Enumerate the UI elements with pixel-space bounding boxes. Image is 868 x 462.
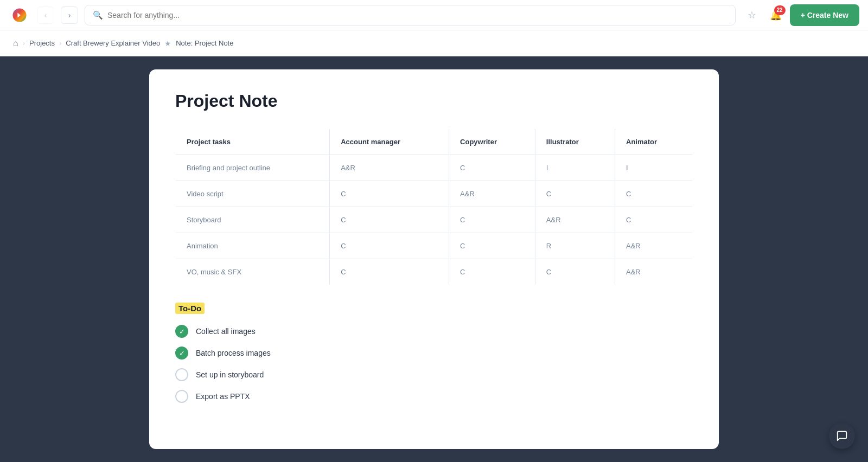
search-bar: 🔍 — [85, 5, 736, 25]
main-content: Project Note Project tasks Account manag… — [0, 56, 868, 462]
role-cell: C — [449, 259, 535, 285]
table-row: Briefing and project outlineA&RCII — [176, 155, 693, 181]
unchecked-icon[interactable] — [175, 368, 188, 381]
breadcrumb-sep-2: › — [59, 39, 61, 47]
role-cell: R — [535, 233, 615, 259]
role-cell: A&R — [449, 181, 535, 207]
col-header-animator: Animator — [615, 129, 693, 155]
role-cell: C — [330, 207, 449, 233]
todo-item-text: Set up in storyboard — [196, 370, 264, 379]
role-cell: C — [330, 181, 449, 207]
col-header-copywriter: Copywriter — [449, 129, 535, 155]
role-cell: C — [615, 181, 693, 207]
home-icon[interactable]: ⌂ — [13, 39, 18, 48]
forward-button[interactable]: › — [61, 7, 78, 24]
todo-item-text: Collect all images — [196, 327, 256, 336]
search-icon: 🔍 — [93, 10, 103, 20]
todo-item-text: Export as PPTX — [196, 392, 250, 401]
notification-badge: 22 — [774, 5, 786, 15]
role-cell: C — [449, 233, 535, 259]
chat-bubble[interactable] — [829, 423, 855, 449]
todo-item[interactable]: ✓Collect all images — [175, 325, 693, 338]
role-cell: C — [535, 181, 615, 207]
role-cell: C — [535, 259, 615, 285]
todo-section: To-Do ✓Collect all images✓Batch process … — [175, 303, 693, 403]
todo-list: ✓Collect all images✓Batch process images… — [175, 325, 693, 403]
table-row: AnimationCCRA&R — [176, 233, 693, 259]
role-cell: I — [615, 155, 693, 181]
todo-item[interactable]: ✓Batch process images — [175, 347, 693, 360]
breadcrumb-current: Note: Project Note — [176, 39, 233, 47]
todo-item[interactable]: Set up in storyboard — [175, 368, 693, 381]
breadcrumb-project[interactable]: Craft Brewery Explainer Video — [66, 39, 160, 47]
search-input[interactable] — [107, 11, 727, 20]
col-header-illustrator: Illustrator — [535, 129, 615, 155]
top-nav: ‹ › 🔍 ☆ 🔔 22 + Create New — [0, 0, 868, 30]
role-cell: A&R — [535, 207, 615, 233]
role-cell: I — [535, 155, 615, 181]
checked-icon[interactable]: ✓ — [175, 347, 188, 360]
role-cell: A&R — [615, 233, 693, 259]
breadcrumb-sep-1: › — [23, 39, 25, 47]
table-row: StoryboardCCA&RC — [176, 207, 693, 233]
table-row: VO, music & SFXCCCA&R — [176, 259, 693, 285]
role-cell: A&R — [615, 259, 693, 285]
unchecked-icon[interactable] — [175, 390, 188, 403]
task-cell: VO, music & SFX — [176, 259, 330, 285]
role-cell: C — [449, 155, 535, 181]
create-new-button[interactable]: + Create New — [790, 4, 859, 26]
task-cell: Briefing and project outline — [176, 155, 330, 181]
nav-actions: ☆ 🔔 22 + Create New — [742, 4, 859, 26]
checked-icon[interactable]: ✓ — [175, 325, 188, 338]
todo-item-text: Batch process images — [196, 349, 271, 357]
role-cell: A&R — [330, 155, 449, 181]
back-button[interactable]: ‹ — [37, 7, 54, 24]
favorite-icon[interactable]: ★ — [164, 39, 171, 48]
note-title: Project Note — [175, 91, 693, 111]
role-cell: C — [330, 233, 449, 259]
col-header-account: Account manager — [330, 129, 449, 155]
role-cell: C — [449, 207, 535, 233]
role-cell: C — [615, 207, 693, 233]
breadcrumb: ⌂ › Projects › Craft Brewery Explainer V… — [0, 30, 868, 56]
todo-label: To-Do — [175, 303, 205, 314]
role-cell: C — [330, 259, 449, 285]
breadcrumb-projects[interactable]: Projects — [29, 39, 55, 47]
task-cell: Animation — [176, 233, 330, 259]
star-button[interactable]: ☆ — [742, 5, 762, 25]
todo-item[interactable]: Export as PPTX — [175, 390, 693, 403]
logo[interactable] — [9, 4, 30, 26]
task-cell: Video script — [176, 181, 330, 207]
note-card: Project Note Project tasks Account manag… — [149, 69, 719, 449]
task-table: Project tasks Account manager Copywriter… — [175, 129, 693, 285]
task-cell: Storyboard — [176, 207, 330, 233]
table-row: Video scriptCA&RCC — [176, 181, 693, 207]
col-header-tasks: Project tasks — [176, 129, 330, 155]
